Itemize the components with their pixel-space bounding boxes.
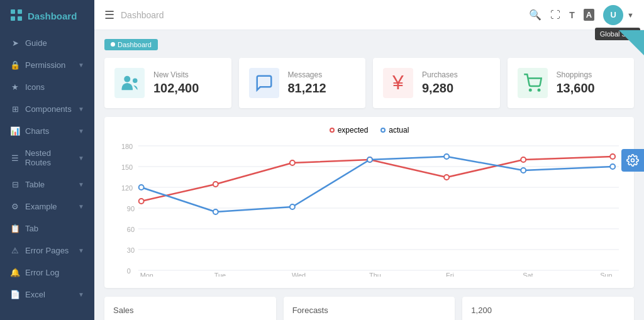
sidebar-item-icons[interactable]: ★ Icons [0,76,94,98]
svg-point-9 [530,89,531,91]
text-size-icon[interactable]: T [569,10,575,20]
table-icon: ⊟ [10,180,20,189]
bar-icon: 📊 [10,126,20,136]
chevron-icon: ▼ [78,203,84,210]
sidebar-item-example[interactable]: ⚙ Example ▼ [0,196,94,218]
breadcrumb-dot [111,42,115,47]
sidebar-item-components[interactable]: ⊞ Components ▼ [0,98,94,120]
sidebar-item-excel[interactable]: 📄 Excel ▼ [0,284,94,306]
breadcrumb-bar: Dashboard [104,38,634,50]
header: ☰ Dashboard 🔍 ⛶ T A U ▼ Global Size [94,0,644,30]
stat-label-new-visits: New Visits [153,70,199,79]
bottom-card-title-revenue: 1,200 [471,306,625,315]
svg-text:120: 120 [121,184,133,191]
sidebar-item-table[interactable]: ⊟ Table ▼ [0,174,94,196]
content-area: Dashboard New Visits 102,400 Messages [94,30,644,320]
sidebar-item-permission[interactable]: 🔒 Permission ▼ [0,54,94,76]
sidebar-logo-text: Dashboard [28,11,77,21]
svg-point-10 [538,89,540,91]
line-chart-container: expected actual 0 30 60 90 120 150 180 [104,117,634,288]
sidebar-label-example: Example [25,202,57,211]
sidebar-label-table: Table [25,180,45,189]
stat-info-purchases: Purchases 9,280 [422,70,458,96]
chevron-icon: ▼ [78,155,84,162]
svg-text:Sun: Sun [600,271,612,276]
header-icons: 🔍 ⛶ T A U ▼ Global Size [529,5,634,25]
breadcrumb-tag: Dashboard [104,39,158,50]
stat-info-new-visits: New Visits 102,400 [153,70,199,96]
svg-point-4 [124,75,130,82]
svg-point-38 [610,154,615,159]
sidebar-label-guide: Guide [25,38,47,48]
star-icon: ★ [10,82,20,92]
chart-legend: expected actual [113,126,625,135]
breadcrumb-label: Dashboard [118,41,152,48]
legend-expected: expected [330,126,369,135]
dropdown-chevron-icon[interactable]: ▼ [627,11,634,19]
svg-rect-0 [11,9,15,14]
svg-text:Thu: Thu [369,271,381,276]
svg-point-41 [290,204,295,209]
svg-point-32 [139,199,144,204]
bottom-card-title-sales: Sales [113,306,267,315]
legend-actual: actual [380,126,409,135]
bottom-card-revenue: 1,200 [462,297,634,321]
svg-point-5 [133,78,138,83]
svg-point-45 [610,164,615,169]
svg-point-36 [444,175,449,180]
svg-point-37 [521,157,526,162]
svg-text:90: 90 [127,204,135,212]
stat-card-shoppings: Shoppings 13,600 [508,58,635,108]
sidebar-item-error-log[interactable]: 🔔 Error Log [0,262,94,284]
svg-rect-2 [11,16,15,21]
stat-card-purchases: ¥ Purchases 9,280 [373,58,500,108]
chevron-icon: ▼ [78,106,84,113]
svg-rect-1 [18,9,22,14]
chevron-icon: ▼ [78,128,84,135]
sidebar-logo[interactable]: Dashboard [0,0,94,32]
sidebar-label-error-log: Error Log [25,268,59,277]
bottom-card-forecasts: Forecasts [284,297,455,321]
legend-dot-actual [380,128,386,133]
sidebar-label-charts: Charts [25,126,49,136]
svg-text:Wed: Wed [292,271,306,276]
svg-text:180: 180 [121,142,133,150]
svg-text:0: 0 [127,267,131,274]
settings-fab[interactable] [621,149,644,172]
header-title: Dashboard [121,10,523,20]
sidebar-item-error-pages[interactable]: ⚠ Error Pages ▼ [0,240,94,262]
cart-icon [518,68,548,98]
svg-point-42 [367,157,372,162]
svg-point-40 [213,209,218,214]
svg-point-43 [444,154,449,159]
chevron-icon: ▼ [78,181,84,188]
file-icon: 📋 [10,224,20,233]
svg-text:Fri: Fri [446,271,454,276]
sidebar-label-error-pages: Error Pages [25,246,69,255]
svg-text:150: 150 [121,163,133,170]
sidebar-label-nested: Nested Routes [25,148,78,167]
lock-icon: 🔒 [10,60,20,70]
svg-text:60: 60 [127,225,135,233]
search-icon[interactable]: 🔍 [529,9,541,21]
chevron-icon: ▼ [78,62,84,69]
fullscreen-icon[interactable]: ⛶ [550,9,560,21]
sidebar-label-tab: Tab [25,224,38,233]
sidebar-item-tab[interactable]: 📋 Tab [0,218,94,240]
alert-icon: ⚠ [10,246,20,255]
hamburger-icon[interactable]: ☰ [104,8,114,22]
sidebar-item-charts[interactable]: 📊 Charts ▼ [0,120,94,142]
svg-text:30: 30 [127,246,135,253]
stat-value-new-visits: 102,400 [153,81,199,96]
sidebar-item-guide[interactable]: ➤ Guide [0,32,94,54]
svg-point-39 [139,185,144,190]
bell-icon: 🔔 [10,268,20,277]
avatar[interactable]: U [603,5,623,25]
translate-icon[interactable]: A [584,9,594,21]
chat-icon [249,68,279,98]
sidebar-item-nested[interactable]: ☰ Nested Routes ▼ [0,142,94,174]
chevron-icon: ▼ [78,247,84,254]
svg-point-34 [290,160,295,165]
stat-label-messages: Messages [288,70,326,79]
stat-info-messages: Messages 81,212 [288,70,326,96]
